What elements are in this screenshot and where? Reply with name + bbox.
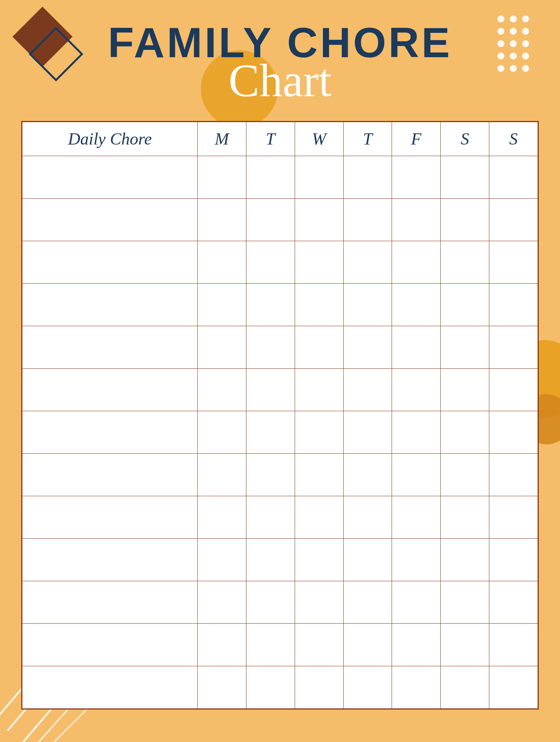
day-cell[interactable] — [392, 666, 441, 709]
day-cell[interactable] — [295, 369, 343, 411]
day-cell[interactable] — [295, 326, 343, 369]
day-cell[interactable] — [343, 411, 392, 454]
day-cell[interactable] — [246, 326, 295, 369]
day-cell[interactable] — [343, 454, 392, 496]
day-cell[interactable] — [246, 411, 295, 454]
day-cell[interactable] — [295, 581, 343, 624]
day-cell[interactable] — [392, 624, 441, 666]
day-cell[interactable] — [441, 496, 489, 539]
day-cell[interactable] — [295, 496, 343, 539]
day-cell[interactable] — [441, 284, 489, 326]
day-cell[interactable] — [197, 156, 246, 199]
day-cell[interactable] — [197, 241, 246, 284]
day-cell[interactable] — [343, 369, 392, 411]
day-cell[interactable] — [295, 156, 343, 199]
day-cell[interactable] — [343, 241, 392, 284]
day-cell[interactable] — [392, 454, 441, 496]
day-cell[interactable] — [343, 284, 392, 326]
day-cell[interactable] — [197, 369, 246, 411]
day-cell[interactable] — [489, 284, 538, 326]
day-cell[interactable] — [392, 581, 441, 624]
day-cell[interactable] — [197, 666, 246, 709]
day-cell[interactable] — [295, 624, 343, 666]
day-cell[interactable] — [392, 199, 441, 241]
day-cell[interactable] — [489, 539, 538, 581]
day-cell[interactable] — [343, 666, 392, 709]
day-cell[interactable] — [197, 454, 246, 496]
day-cell[interactable] — [489, 666, 538, 709]
day-cell[interactable] — [197, 199, 246, 241]
day-cell[interactable] — [343, 156, 392, 199]
day-cell[interactable] — [246, 496, 295, 539]
day-cell[interactable] — [441, 326, 489, 369]
day-cell[interactable] — [441, 411, 489, 454]
day-cell[interactable] — [441, 624, 489, 666]
day-cell[interactable] — [392, 496, 441, 539]
day-cell[interactable] — [343, 326, 392, 369]
day-cell[interactable] — [197, 411, 246, 454]
day-cell[interactable] — [295, 539, 343, 581]
chore-cell[interactable] — [22, 454, 198, 496]
day-cell[interactable] — [295, 411, 343, 454]
day-cell[interactable] — [197, 539, 246, 581]
day-cell[interactable] — [441, 666, 489, 709]
day-cell[interactable] — [489, 581, 538, 624]
day-cell[interactable] — [489, 156, 538, 199]
day-cell[interactable] — [295, 666, 343, 709]
day-cell[interactable] — [295, 454, 343, 496]
day-cell[interactable] — [246, 241, 295, 284]
day-cell[interactable] — [441, 199, 489, 241]
day-cell[interactable] — [392, 156, 441, 199]
day-cell[interactable] — [489, 241, 538, 284]
day-cell[interactable] — [392, 241, 441, 284]
day-cell[interactable] — [489, 496, 538, 539]
day-cell[interactable] — [489, 199, 538, 241]
day-cell[interactable] — [246, 284, 295, 326]
day-cell[interactable] — [246, 454, 295, 496]
day-cell[interactable] — [441, 241, 489, 284]
chore-cell[interactable] — [22, 624, 198, 666]
chore-cell[interactable] — [22, 326, 198, 369]
chore-cell[interactable] — [22, 666, 198, 709]
day-cell[interactable] — [489, 624, 538, 666]
chore-cell[interactable] — [22, 156, 198, 199]
chore-cell[interactable] — [22, 241, 198, 284]
day-cell[interactable] — [441, 369, 489, 411]
chore-cell[interactable] — [22, 539, 198, 581]
day-cell[interactable] — [197, 496, 246, 539]
day-cell[interactable] — [295, 284, 343, 326]
chore-cell[interactable] — [22, 284, 198, 326]
day-cell[interactable] — [246, 539, 295, 581]
day-cell[interactable] — [246, 581, 295, 624]
chore-cell[interactable] — [22, 496, 198, 539]
day-cell[interactable] — [295, 199, 343, 241]
day-cell[interactable] — [392, 369, 441, 411]
chore-cell[interactable] — [22, 411, 198, 454]
day-cell[interactable] — [343, 496, 392, 539]
day-cell[interactable] — [392, 539, 441, 581]
day-cell[interactable] — [441, 581, 489, 624]
day-cell[interactable] — [392, 326, 441, 369]
day-cell[interactable] — [489, 454, 538, 496]
day-cell[interactable] — [246, 666, 295, 709]
day-cell[interactable] — [343, 539, 392, 581]
day-cell[interactable] — [343, 624, 392, 666]
day-cell[interactable] — [197, 624, 246, 666]
day-cell[interactable] — [441, 454, 489, 496]
day-cell[interactable] — [197, 581, 246, 624]
day-cell[interactable] — [246, 369, 295, 411]
day-cell[interactable] — [246, 624, 295, 666]
day-cell[interactable] — [489, 411, 538, 454]
chore-cell[interactable] — [22, 199, 198, 241]
day-cell[interactable] — [246, 156, 295, 199]
day-cell[interactable] — [489, 369, 538, 411]
day-cell[interactable] — [392, 284, 441, 326]
day-cell[interactable] — [295, 241, 343, 284]
day-cell[interactable] — [441, 539, 489, 581]
chore-cell[interactable] — [22, 369, 198, 411]
day-cell[interactable] — [441, 156, 489, 199]
day-cell[interactable] — [489, 326, 538, 369]
day-cell[interactable] — [197, 284, 246, 326]
day-cell[interactable] — [197, 326, 246, 369]
chore-cell[interactable] — [22, 581, 198, 624]
